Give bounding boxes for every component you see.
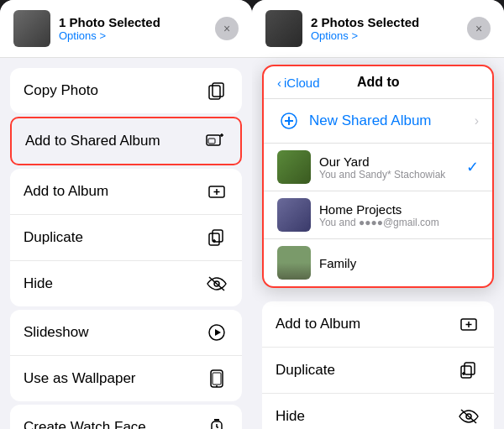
duplicate-item[interactable]: Duplicate bbox=[10, 215, 242, 261]
wallpaper-item[interactable]: Use as Wallpaper bbox=[10, 356, 242, 401]
dropdown-overlay: ‹ iCloud Add to New Shared Album › bbox=[252, 58, 504, 295]
copy-photo-item[interactable]: Copy Photo bbox=[10, 68, 242, 113]
left-panel: 1 Photo Selected Options > × Copy Photo … bbox=[0, 0, 252, 429]
svg-rect-34 bbox=[461, 366, 471, 378]
right-section-1: Add to Album Duplicate bbox=[262, 301, 494, 429]
back-label: iCloud bbox=[284, 76, 320, 90]
new-shared-album-icon bbox=[277, 109, 301, 133]
right-hide-icon bbox=[457, 405, 480, 428]
left-header-text: 1 Photo Selected Options > bbox=[59, 15, 207, 42]
hide-item[interactable]: Hide bbox=[10, 261, 242, 306]
album-name-yard: Our Yard bbox=[319, 154, 466, 169]
album-thumb-family bbox=[277, 246, 311, 280]
slideshow-item[interactable]: Slideshow bbox=[10, 310, 242, 356]
album-members-home: You and ●●●●@gmail.com bbox=[319, 217, 479, 228]
right-close-button[interactable]: × bbox=[467, 17, 491, 40]
dropdown-card: ‹ iCloud Add to New Shared Album › bbox=[262, 65, 494, 288]
right-hide-label: Hide bbox=[276, 408, 457, 425]
slideshow-label: Slideshow bbox=[24, 324, 205, 341]
watch-face-icon bbox=[205, 416, 228, 429]
add-shared-album-label: Add to Shared Album bbox=[25, 133, 203, 149]
add-album-item[interactable]: Add to Album bbox=[10, 169, 242, 215]
right-duplicate-label: Duplicate bbox=[276, 362, 457, 379]
album-members-yard: You and Sandy* Stachowiak bbox=[319, 169, 466, 180]
duplicate-label: Duplicate bbox=[24, 229, 205, 246]
right-add-album-icon bbox=[457, 312, 480, 336]
left-section-highlighted: Add to Shared Album bbox=[10, 117, 242, 165]
right-add-album-label: Add to Album bbox=[276, 316, 457, 332]
album-info-yard: Our Yard You and Sandy* Stachowiak bbox=[319, 154, 466, 180]
right-duplicate-item[interactable]: Duplicate bbox=[262, 348, 494, 394]
album-info-home: Home Projects You and ●●●●@gmail.com bbox=[319, 202, 479, 228]
hide-icon bbox=[205, 272, 228, 296]
right-hide-item[interactable]: Hide bbox=[262, 394, 494, 429]
add-shared-album-item[interactable]: Add to Shared Album bbox=[12, 118, 240, 164]
left-section-1: Copy Photo bbox=[10, 68, 242, 113]
new-shared-album-row[interactable]: New Shared Album › bbox=[264, 99, 492, 144]
slideshow-icon bbox=[205, 321, 228, 344]
add-shared-album-icon bbox=[203, 129, 227, 153]
svg-rect-33 bbox=[465, 363, 475, 374]
album-row-yard[interactable]: Our Yard You and Sandy* Stachowiak ✓ bbox=[264, 144, 492, 191]
left-options[interactable]: Options > bbox=[59, 29, 207, 42]
duplicate-icon bbox=[205, 226, 228, 249]
left-section-3: Add to Album Duplicate bbox=[10, 169, 242, 306]
svg-rect-5 bbox=[208, 139, 215, 144]
svg-point-19 bbox=[216, 385, 218, 387]
left-title: 1 Photo Selected bbox=[59, 15, 207, 29]
right-header-text: 2 Photos Selected Options > bbox=[311, 15, 459, 42]
add-album-label: Add to Album bbox=[24, 183, 205, 200]
album-checkmark-yard: ✓ bbox=[466, 158, 479, 176]
dropdown-header: ‹ iCloud Add to bbox=[264, 66, 492, 99]
album-thumb-yard bbox=[277, 150, 311, 184]
album-name-home: Home Projects bbox=[319, 202, 479, 217]
album-row-family[interactable]: Family bbox=[264, 239, 492, 286]
right-thumbnail bbox=[265, 10, 302, 47]
album-row-home[interactable]: Home Projects You and ●●●●@gmail.com bbox=[264, 191, 492, 239]
add-album-icon bbox=[205, 180, 228, 203]
album-name-family: Family bbox=[319, 256, 479, 270]
copy-photo-label: Copy Photo bbox=[24, 82, 205, 99]
left-header: 1 Photo Selected Options > × bbox=[0, 0, 252, 58]
right-title: 2 Photos Selected bbox=[311, 15, 459, 29]
right-duplicate-icon bbox=[457, 358, 480, 382]
left-thumbnail bbox=[13, 10, 50, 47]
right-panel: 2 Photos Selected Options > × ‹ iCloud A… bbox=[252, 0, 504, 429]
wallpaper-label: Use as Wallpaper bbox=[24, 370, 205, 387]
right-options[interactable]: Options > bbox=[311, 29, 459, 42]
left-menu-list: Copy Photo Add to Shared Album bbox=[0, 58, 252, 429]
left-close-button[interactable]: × bbox=[215, 17, 239, 40]
svg-rect-18 bbox=[213, 373, 221, 385]
right-add-album-item[interactable]: Add to Album bbox=[262, 301, 494, 348]
icloud-back-button[interactable]: ‹ iCloud bbox=[277, 76, 320, 90]
left-section-5: Create Watch Face Save to Files bbox=[10, 405, 242, 429]
album-info-family: Family bbox=[319, 256, 479, 270]
copy-photo-icon bbox=[205, 79, 228, 102]
right-header: 2 Photos Selected Options > × bbox=[252, 0, 504, 58]
watch-face-label: Create Watch Face bbox=[24, 419, 205, 429]
new-shared-label: New Shared Album bbox=[309, 112, 475, 129]
hide-label: Hide bbox=[24, 275, 205, 292]
right-menu-list: Add to Album Duplicate bbox=[252, 295, 504, 429]
left-section-4: Slideshow Use as Wallpaper bbox=[10, 310, 242, 401]
wallpaper-icon bbox=[205, 367, 228, 390]
svg-marker-16 bbox=[215, 329, 221, 336]
chevron-right-icon: › bbox=[475, 113, 479, 128]
album-thumb-home bbox=[277, 198, 311, 232]
watch-face-item[interactable]: Create Watch Face bbox=[10, 405, 242, 429]
dropdown-title: Add to bbox=[327, 75, 430, 90]
